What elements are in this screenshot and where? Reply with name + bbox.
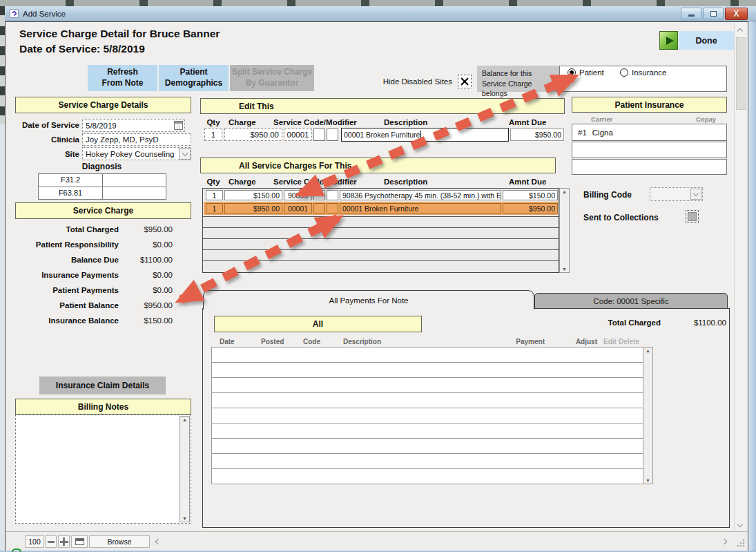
balance-belongs-label-box: Balance for this Service Charge belongs xyxy=(477,66,560,92)
clinician-input[interactable]: Joy Zepp, MD, PsyD xyxy=(82,133,191,146)
charge-row-2-code[interactable]: 00001 xyxy=(284,203,312,213)
edit-description-input[interactable]: 00001 Broken Furniture xyxy=(341,128,509,142)
insurance-row-3[interactable] xyxy=(572,159,727,175)
zoom-in-button[interactable] xyxy=(58,535,70,548)
charge-row-1-mod2[interactable] xyxy=(327,190,338,200)
charge-row-2-qty[interactable]: 1 xyxy=(206,203,223,213)
charge-row-1-charge[interactable]: $150.00 xyxy=(224,190,282,200)
edit-qty-value: 1 xyxy=(211,131,215,139)
edit-amnt-due-value: $950.00 xyxy=(535,131,561,139)
billing-notes-scrollbar[interactable]: ▲ ▼ xyxy=(180,416,190,522)
balance-due-value: $1100.00 xyxy=(119,256,173,264)
service-charge-details-title: Service Charge Details xyxy=(58,100,148,110)
patient-demographics-button[interactable]: Patient Demographics xyxy=(159,65,229,91)
done-button[interactable]: Done xyxy=(679,31,734,50)
empty-row xyxy=(203,216,559,217)
minus-icon xyxy=(48,541,55,543)
amnt-due-column-header: Amnt Due xyxy=(509,178,546,186)
insurance-radio[interactable] xyxy=(620,68,628,77)
charge-column-header: Charge xyxy=(229,118,256,126)
patient-radio[interactable] xyxy=(568,68,576,77)
insurance-row-1-num: #1 xyxy=(578,129,587,137)
insurance-row-2[interactable] xyxy=(572,142,727,158)
page-title: Service Charge Detail for Bruce Banner xyxy=(19,28,220,40)
payment-row xyxy=(211,362,643,378)
billing-code-dropdown-arrow[interactable] xyxy=(690,189,701,200)
payments-table xyxy=(211,347,643,484)
split-line1: Split Service Charge xyxy=(230,67,314,78)
all-charges-scrollbar[interactable]: ▲ ▼ xyxy=(559,188,570,273)
charge-row-1-desc[interactable]: 90836 Psychotherapy 45 min. (38-52 min.)… xyxy=(340,190,501,200)
edit-qty-input[interactable]: 1 xyxy=(204,129,222,141)
close-button[interactable]: X xyxy=(725,8,748,20)
scroll-up-icon[interactable]: ▲ xyxy=(182,417,187,422)
charge-row-2-desc[interactable]: 00001 Broken Furniture xyxy=(340,203,501,213)
chevron-down-icon xyxy=(693,191,699,196)
payments-col-description: Description xyxy=(343,338,381,345)
tab-all-payments[interactable]: All Payments For Note xyxy=(203,290,534,310)
scroll-down-icon[interactable]: ▼ xyxy=(562,267,567,272)
charge-row-2-mod1[interactable] xyxy=(313,203,325,213)
zoom-level-box[interactable]: 100 xyxy=(25,535,44,548)
insurance-row-1[interactable]: #1 Cigna xyxy=(572,124,727,141)
site-dropdown-arrow[interactable] xyxy=(179,148,191,160)
scroll-up-icon[interactable]: ▲ xyxy=(646,348,650,353)
minimize-button[interactable] xyxy=(681,8,701,19)
payments-scrollbar[interactable]: ▲ ▼ xyxy=(643,347,653,484)
tab-code-specific[interactable]: Code: 00001 Specific xyxy=(534,293,728,309)
payment-row xyxy=(211,392,643,408)
edit-charge-input[interactable]: $950.00 xyxy=(224,129,282,141)
edit-this-title: Edit This xyxy=(239,102,274,111)
zoom-out-button[interactable] xyxy=(46,535,57,548)
edit-charge-value: $950.00 xyxy=(250,131,279,139)
billing-notes-input[interactable] xyxy=(15,415,191,524)
site-dropdown[interactable]: Hokey Pokey Counseling xyxy=(82,147,191,160)
window-mode-button[interactable] xyxy=(71,535,88,548)
diagnosis-code-1[interactable]: F31.2 xyxy=(39,175,102,184)
edit-service-code-input[interactable]: 00001 xyxy=(284,129,312,141)
charge-row-1-qty[interactable]: 1 xyxy=(206,190,223,200)
hide-disabled-sites-checkbox[interactable] xyxy=(458,75,472,88)
scrollbar-thumb[interactable] xyxy=(736,37,746,110)
insurance-balance-label: Insurance Balance xyxy=(8,316,119,325)
balance-patient-option[interactable]: Patient xyxy=(568,68,604,77)
diagnosis-code-2[interactable]: F63.81 xyxy=(39,189,102,197)
patient-balance-label: Patient Balance xyxy=(8,301,119,310)
scroll-up-icon[interactable]: ▲ xyxy=(562,189,567,194)
insurance-claim-details-label: Insurance Claim Details xyxy=(56,381,149,390)
payments-col-code: Code xyxy=(303,338,320,345)
done-go-icon[interactable] xyxy=(659,31,678,50)
balance-line2: Service Charge belongs xyxy=(482,79,559,99)
billing-code-label: Billing Code xyxy=(583,190,646,200)
demographics-line1: Patient xyxy=(159,67,229,78)
charge-row-2-amnt[interactable]: $950.00 xyxy=(503,203,558,213)
calendar-icon[interactable] xyxy=(174,121,183,130)
date-of-service-input[interactable]: 5/8/2019 xyxy=(82,119,185,132)
maximize-button[interactable] xyxy=(703,8,724,19)
scroll-down-icon[interactable]: ▼ xyxy=(646,478,650,483)
charge-row-1-amnt[interactable]: $150.00 xyxy=(503,190,558,200)
patient-radio-label: Patient xyxy=(579,68,604,77)
service-charge-summary-header: Service Charge xyxy=(15,202,191,219)
service-charge-summary-title: Service Charge xyxy=(73,206,133,216)
insurance-claim-details-button[interactable]: Insurance Claim Details xyxy=(39,377,166,394)
edit-modifier1-input[interactable] xyxy=(313,129,325,141)
payment-row xyxy=(211,438,643,454)
sent-to-collections-checkbox[interactable] xyxy=(686,210,699,223)
mode-label: Browse xyxy=(107,537,131,546)
charge-row-1-mod1[interactable] xyxy=(313,190,325,200)
balance-insurance-option[interactable]: Insurance xyxy=(620,68,667,77)
charge-row-2-mod2[interactable] xyxy=(327,203,338,213)
resize-grip-icon[interactable] xyxy=(736,538,745,547)
service-code-cell-90836[interactable]: 90836 xyxy=(284,190,312,200)
empty-row xyxy=(203,238,559,239)
refresh-line1: Refresh xyxy=(88,67,157,78)
refresh-from-note-button[interactable]: Refresh From Note xyxy=(88,65,157,91)
code-column-header: Service Code/Modifier xyxy=(273,118,357,126)
frame-left xyxy=(0,124,5,551)
qty-column-header: Qty xyxy=(202,118,224,126)
patient-payments-value: $0.00 xyxy=(119,286,173,294)
scroll-down-icon[interactable]: ▼ xyxy=(182,516,187,521)
edit-modifier2-input[interactable] xyxy=(327,129,338,141)
charge-row-2-charge[interactable]: $950.00 xyxy=(224,203,282,213)
